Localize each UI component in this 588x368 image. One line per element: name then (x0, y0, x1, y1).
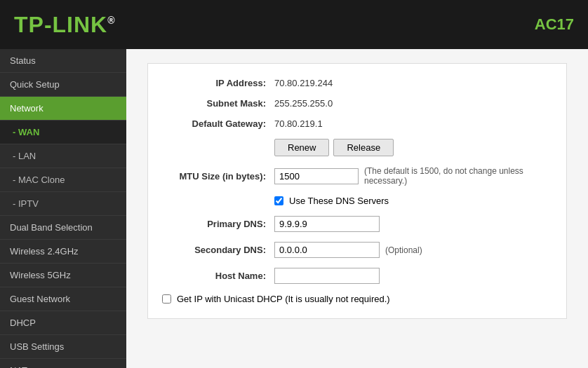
sidebar-item-guest-network[interactable]: Guest Network (0, 287, 126, 311)
sidebar-item-nat[interactable]: NAT (0, 359, 126, 368)
secondary-dns-hint: (Optional) (385, 245, 422, 255)
use-dns-label: Use These DNS Servers (289, 196, 389, 206)
content-area: IP Address: 70.80.219.244 Subnet Mask: 2… (126, 49, 588, 368)
host-name-row: Host Name: (162, 268, 545, 284)
subnet-mask-label: Subnet Mask: (162, 98, 274, 109)
logo: TP-LINK® (14, 12, 116, 38)
subnet-mask-value: 255.255.255.0 (274, 98, 333, 109)
sidebar-item-wireless-5[interactable]: Wireless 5GHz (0, 264, 126, 287)
renew-release-row: Renew Release (162, 139, 545, 156)
sidebar-item-mac-clone[interactable]: - MAC Clone (0, 168, 126, 192)
release-button[interactable]: Release (333, 139, 394, 156)
ip-address-label: IP Address: (162, 78, 274, 88)
sidebar-item-dual-band[interactable]: Dual Band Selection (0, 216, 126, 240)
sidebar-item-network[interactable]: Network (0, 97, 126, 121)
subnet-mask-row: Subnet Mask: 255.255.255.0 (162, 98, 545, 109)
primary-dns-row: Primary DNS: (162, 216, 545, 232)
sidebar-item-lan[interactable]: - LAN (0, 144, 126, 168)
secondary-dns-input[interactable] (274, 242, 380, 258)
ip-address-row: IP Address: 70.80.219.244 (162, 78, 545, 88)
mtu-hint: (The default is 1500, do not change unle… (364, 166, 545, 186)
sidebar-item-wireless-24[interactable]: Wireless 2.4GHz (0, 240, 126, 264)
renew-button[interactable]: Renew (274, 139, 329, 156)
primary-dns-label: Primary DNS: (162, 219, 274, 229)
sidebar-item-wan[interactable]: - WAN (0, 121, 126, 144)
mtu-input[interactable] (274, 168, 359, 184)
dns-checkbox-row: Use These DNS Servers (162, 196, 545, 206)
model-badge: AC17 (535, 15, 574, 34)
default-gateway-row: Default Gateway: 70.80.219.1 (162, 118, 545, 129)
use-dns-checkbox[interactable] (274, 196, 283, 205)
ip-address-value: 70.80.219.244 (274, 78, 333, 88)
host-name-input[interactable] (274, 268, 380, 284)
secondary-dns-label: Secondary DNS: (162, 245, 274, 255)
primary-dns-input[interactable] (274, 216, 380, 232)
logo-text: TP-LINK (14, 12, 107, 37)
host-name-label: Host Name: (162, 271, 274, 281)
sidebar-item-usb-settings[interactable]: USB Settings (0, 335, 126, 359)
sidebar-item-status[interactable]: Status (0, 49, 126, 73)
mtu-row: MTU Size (in bytes): (The default is 150… (162, 166, 545, 186)
unicast-checkbox[interactable] (162, 294, 171, 304)
mtu-label: MTU Size (in bytes): (162, 171, 274, 182)
wan-form: IP Address: 70.80.219.244 Subnet Mask: 2… (147, 63, 567, 319)
default-gateway-label: Default Gateway: (162, 118, 274, 129)
sidebar: Status Quick Setup Network - WAN - LAN -… (0, 49, 126, 368)
main-layout: Status Quick Setup Network - WAN - LAN -… (0, 49, 588, 368)
secondary-dns-row: Secondary DNS: (Optional) (162, 242, 545, 258)
sidebar-item-dhcp[interactable]: DHCP (0, 311, 126, 335)
header: TP-LINK® AC17 (0, 0, 588, 49)
default-gateway-value: 70.80.219.1 (274, 118, 323, 129)
sidebar-item-quick-setup[interactable]: Quick Setup (0, 73, 126, 97)
sidebar-item-iptv[interactable]: - IPTV (0, 192, 126, 216)
unicast-row: Get IP with Unicast DHCP (It is usually … (162, 294, 545, 304)
unicast-label: Get IP with Unicast DHCP (It is usually … (177, 294, 390, 304)
